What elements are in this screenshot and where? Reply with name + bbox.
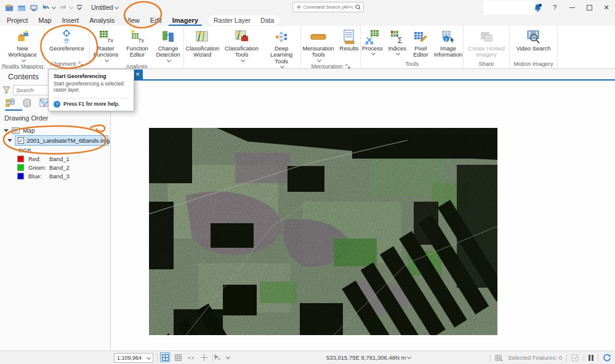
mensuration-tools-button[interactable]: Mensuration Tools: [301, 28, 336, 63]
crosshair-button[interactable]: [199, 352, 209, 362]
nav-icons-chevron-icon[interactable]: [226, 354, 230, 358]
layer-expand-triangle-icon[interactable]: [7, 139, 12, 142]
layout-grid-button[interactable]: [160, 352, 170, 362]
tab-raster-layer[interactable]: Raster Layer: [214, 17, 251, 24]
tab-imagery[interactable]: Imagery: [169, 17, 202, 26]
map-scale-select[interactable]: 1:109,964: [114, 353, 153, 363]
selection-box-icon[interactable]: [571, 354, 579, 362]
undo-button[interactable]: [42, 4, 55, 11]
indices-button[interactable]: Σ Indices: [387, 28, 408, 57]
results-button[interactable]: Results: [338, 28, 360, 52]
open-project-icon: [17, 4, 26, 12]
blue-band-swatch[interactable]: [17, 173, 24, 180]
group-label-tools: Tools: [405, 61, 419, 67]
green-band-name: Band_2: [49, 164, 70, 171]
process-chevron-icon: [371, 51, 376, 55]
results-label: Results: [339, 46, 358, 52]
ribbon-tab-row: Project Map Insert Analysis View Edit Im…: [0, 15, 615, 26]
image-information-label: Image Information: [434, 46, 463, 58]
map-expand-triangle-icon[interactable]: [4, 129, 9, 132]
function-editor-button[interactable]: Tx Function Editor: [124, 28, 150, 59]
command-search[interactable]: [292, 2, 364, 12]
deep-learning-tools-icon: [273, 28, 289, 45]
undo-dropdown-chevron-icon[interactable]: [52, 4, 56, 9]
green-band-swatch[interactable]: [17, 164, 24, 171]
tooltip-help-text: Press F1 for more help.: [63, 101, 119, 107]
selected-features-count[interactable]: Selected Features: 0: [508, 354, 562, 361]
deep-learning-tools-button[interactable]: Deep Learning Tools: [262, 28, 300, 69]
classification-wizard-icon: [195, 28, 211, 45]
pixel-editor-button[interactable]: Pixel Editor: [411, 28, 431, 59]
project-name-chevron-icon: [115, 4, 119, 9]
tab-edit[interactable]: Edit: [147, 17, 166, 26]
georeference-tooltip: Start Georeferencing Start georeferencin…: [48, 69, 134, 111]
mensuration-tools-icon: [310, 28, 327, 45]
save-as-button[interactable]: [30, 4, 38, 12]
process-button[interactable]: Process: [361, 28, 384, 57]
pixel-editor-icon: [412, 28, 428, 45]
georeference-button[interactable]: Georeference: [48, 28, 86, 52]
tab-view[interactable]: View: [121, 17, 143, 26]
new-workspace-label: New Workspace: [2, 46, 42, 58]
selected-layer-highlight[interactable]: ✓ 2001_LandsateTM_6Bands.img: [15, 135, 108, 146]
help-button[interactable]: ?: [546, 0, 563, 15]
restore-button[interactable]: [581, 0, 598, 15]
tab-project[interactable]: Project: [3, 17, 31, 26]
map-view[interactable]: ✕: [111, 69, 615, 350]
save-project-button[interactable]: [5, 4, 14, 12]
svg-text:Tx: Tx: [107, 38, 113, 44]
mensuration-dialog-launcher-icon[interactable]: [345, 64, 350, 69]
classification-wizard-label: Classification Wizard: [185, 46, 220, 58]
results-icon: [342, 28, 356, 45]
pointer-nav-button[interactable]: [212, 352, 222, 362]
open-project-button[interactable]: [17, 4, 26, 12]
redo-button[interactable]: [59, 4, 73, 11]
blue-band-name: Band_3: [49, 173, 70, 180]
list-by-data-source-button[interactable]: [22, 97, 33, 108]
redacted-account-area: [483, 1, 534, 15]
function-editor-label: Function Editor: [126, 46, 149, 58]
snap-xy-button[interactable]: [186, 352, 196, 362]
ribbon-group-alignment: Georeference Alignment: [44, 26, 90, 68]
satellite-image: [149, 128, 497, 335]
filter-icon[interactable]: [2, 86, 10, 95]
list-by-drawing-order-button[interactable]: [5, 97, 16, 108]
layer-tree-raster-item[interactable]: ✓ 2001_LandsateTM_6Bands.img: [7, 135, 108, 146]
group-label-motion-imagery: Motion Imagery: [513, 61, 553, 67]
tab-analysis[interactable]: Analysis: [86, 17, 118, 26]
ribbon-group-motion-imagery: Video Search Motion Imagery: [510, 26, 558, 68]
command-search-input[interactable]: [303, 4, 353, 10]
help-question-icon: ?: [54, 101, 60, 108]
tab-insert[interactable]: Insert: [58, 17, 83, 26]
contents-pane: Contents + ⋯ Drawing Order Map: [0, 69, 111, 350]
tab-data[interactable]: Data: [260, 17, 274, 24]
layer-visibility-checkbox[interactable]: ✓: [18, 137, 24, 144]
red-band-swatch[interactable]: [17, 156, 24, 162]
band-row-blue: Blue:Band_3: [17, 173, 70, 180]
customize-qat-button[interactable]: [76, 4, 82, 10]
grid-button[interactable]: [173, 352, 183, 362]
coordinate-readout[interactable]: 533,015.75E 8,781,306.48N m: [326, 354, 411, 361]
raster-functions-icon: Tx: [98, 28, 114, 45]
minimize-button[interactable]: [563, 0, 581, 15]
classification-wizard-button[interactable]: Classification Wizard: [184, 28, 221, 59]
green-channel-label: Green:: [28, 164, 49, 171]
new-workspace-button[interactable]: New Workspace: [1, 28, 44, 63]
redo-dropdown-chevron-icon[interactable]: [69, 4, 73, 9]
raster-layer-name: 2001_LandsateTM_6Bands.img: [27, 137, 110, 144]
pause-drawing-button[interactable]: [589, 355, 593, 361]
close-button[interactable]: ✕: [598, 0, 615, 15]
raster-functions-button[interactable]: Tx Raster Functions: [90, 28, 122, 63]
layer-tree-map-item[interactable]: Map: [4, 127, 34, 134]
image-information-button[interactable]: i Image Information: [433, 28, 463, 59]
tab-map[interactable]: Map: [34, 17, 55, 26]
video-search-button[interactable]: Video Search: [515, 28, 552, 52]
view-tab-bar: ✕: [111, 69, 615, 81]
project-name-menu[interactable]: Untitled: [91, 4, 118, 11]
notifications-button[interactable]: [529, 0, 546, 15]
alignment-dialog-launcher-icon[interactable]: [78, 61, 83, 66]
refresh-icon[interactable]: [603, 354, 611, 362]
classification-tools-button[interactable]: Classification Tools: [223, 28, 260, 63]
change-detection-button[interactable]: Change Detection: [153, 28, 183, 63]
create-hosted-imagery-button[interactable]: Create Hosted Imagery: [464, 28, 509, 59]
